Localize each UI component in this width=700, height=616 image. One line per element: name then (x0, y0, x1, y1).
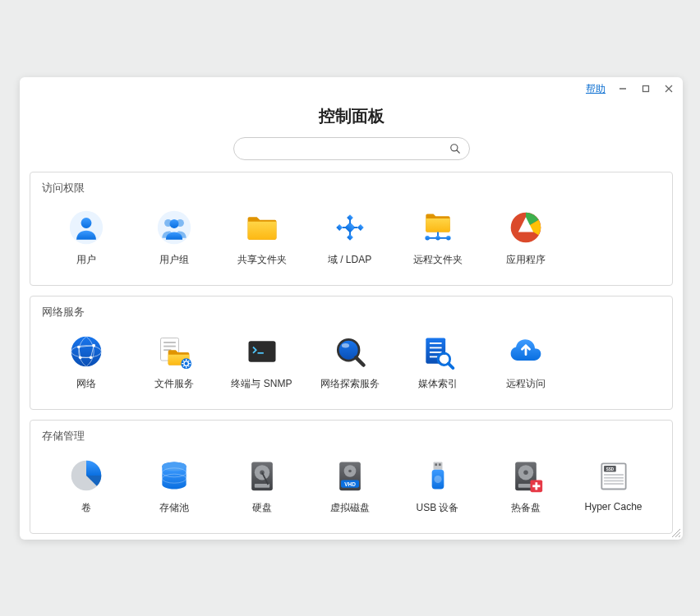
section: 存储管理卷存储池硬盘虚拟磁盘USB 设备热备盘Hyper Cache (30, 420, 673, 534)
close-button[interactable] (663, 83, 675, 94)
terminal-icon (242, 331, 283, 372)
cp-item-label: 卷 (81, 501, 91, 515)
cp-item-label: 热备盘 (511, 501, 541, 515)
cp-item-label: 终端与 SNMP (231, 377, 292, 391)
cp-item[interactable]: 存储池 (130, 452, 218, 518)
section-grid: 用户用户组共享文件夹域 / LDAP远程文件夹应用程序 (42, 204, 661, 270)
user-group-icon (154, 207, 195, 248)
section-title: 网络服务 (42, 305, 661, 319)
search-icon (449, 143, 461, 154)
content-area: 访问权限用户用户组共享文件夹域 / LDAP远程文件夹应用程序网络服务网络文件服… (20, 172, 683, 540)
folder-icon (242, 207, 283, 248)
cp-item[interactable]: 终端与 SNMP (218, 328, 306, 394)
close-icon (665, 85, 673, 93)
cp-item-label: 应用程序 (506, 253, 546, 267)
hot-spare-icon (505, 455, 546, 496)
cp-item[interactable]: 远程访问 (481, 328, 569, 394)
cp-item[interactable]: USB 设备 (394, 452, 481, 518)
cp-item[interactable]: 用户 (42, 204, 130, 270)
cp-item-label: 共享文件夹 (237, 253, 287, 267)
hdd-icon (242, 455, 283, 496)
section-grid: 网络文件服务终端与 SNMP网络探索服务媒体索引远程访问 (42, 328, 661, 394)
resize-handle[interactable] (670, 526, 681, 538)
cp-item-label: 远程访问 (506, 377, 546, 391)
cp-item[interactable]: 热备盘 (481, 452, 569, 518)
cp-item[interactable]: Hyper Cache (569, 452, 657, 518)
domain-ldap-icon (329, 207, 371, 248)
remote-folder-icon (417, 207, 458, 248)
cp-item[interactable]: 域 / LDAP (306, 204, 394, 270)
maximize-button[interactable] (640, 83, 652, 94)
search-wrap (20, 137, 683, 160)
cp-item-label: 远程文件夹 (413, 253, 463, 267)
cp-item-label: 网络探索服务 (320, 377, 380, 391)
cp-item-label: 网络 (76, 377, 96, 391)
usb-icon (417, 455, 458, 496)
cp-item[interactable]: 网络探索服务 (306, 328, 394, 394)
section-title: 存储管理 (42, 429, 661, 444)
cp-item-label: 用户 (76, 253, 96, 267)
cp-item-label: 媒体索引 (418, 377, 458, 391)
section: 网络服务网络文件服务终端与 SNMP网络探索服务媒体索引远程访问 (30, 296, 673, 410)
minimize-button[interactable] (617, 83, 629, 94)
cp-item[interactable]: 远程文件夹 (394, 204, 481, 270)
minimize-icon (619, 85, 627, 93)
cp-item[interactable]: 卷 (42, 452, 130, 518)
network-icon (66, 331, 107, 372)
cp-item[interactable]: 虚拟磁盘 (306, 452, 394, 518)
cp-item-label: 虚拟磁盘 (330, 501, 370, 515)
page-title: 控制面板 (20, 105, 683, 127)
discovery-icon (329, 331, 371, 372)
storage-pool-icon (154, 455, 195, 496)
file-services-icon (154, 331, 195, 372)
svg-line-97 (456, 150, 459, 154)
section-title: 访问权限 (42, 181, 661, 195)
cp-item-label: USB 设备 (416, 501, 458, 515)
volume-icon (66, 455, 107, 496)
cp-item-label: 存储池 (159, 501, 189, 515)
search-input[interactable] (242, 143, 444, 155)
apps-icon (505, 207, 546, 248)
section: 访问权限用户用户组共享文件夹域 / LDAP远程文件夹应用程序 (30, 172, 673, 286)
header: 控制面板 (20, 100, 683, 137)
resize-icon (670, 526, 681, 538)
user-icon (66, 207, 107, 248)
svg-rect-93 (643, 86, 649, 92)
vhd-icon (329, 455, 371, 496)
cp-item-label: 用户组 (159, 253, 189, 267)
svg-line-100 (679, 536, 680, 537)
remote-access-icon (505, 331, 546, 372)
media-index-icon (417, 331, 458, 372)
help-link[interactable]: 帮助 (586, 82, 606, 96)
cp-item[interactable]: 媒体索引 (394, 328, 481, 394)
cp-item[interactable]: 用户组 (130, 204, 218, 270)
cp-item[interactable]: 硬盘 (218, 452, 306, 518)
cp-item-label: 硬盘 (252, 501, 272, 515)
cp-item[interactable]: 共享文件夹 (218, 204, 306, 270)
titlebar: 帮助 (20, 77, 683, 100)
cp-item[interactable]: 应用程序 (481, 204, 569, 270)
cp-item-label: Hyper Cache (584, 501, 642, 513)
maximize-icon (642, 85, 650, 93)
section-grid: 卷存储池硬盘虚拟磁盘USB 设备热备盘Hyper Cache (42, 452, 661, 518)
control-panel-window: 帮助 控制面板 访问权限用户用户组共享文件夹域 / LDAP远程文件夹应用程序网… (20, 77, 683, 540)
search-box[interactable] (233, 137, 470, 160)
cp-item[interactable]: 文件服务 (130, 328, 218, 394)
cp-item-label: 文件服务 (154, 377, 194, 391)
cp-item-label: 域 / LDAP (328, 253, 371, 267)
cp-item[interactable]: 网络 (42, 328, 130, 394)
hyper-cache-icon (593, 455, 634, 496)
